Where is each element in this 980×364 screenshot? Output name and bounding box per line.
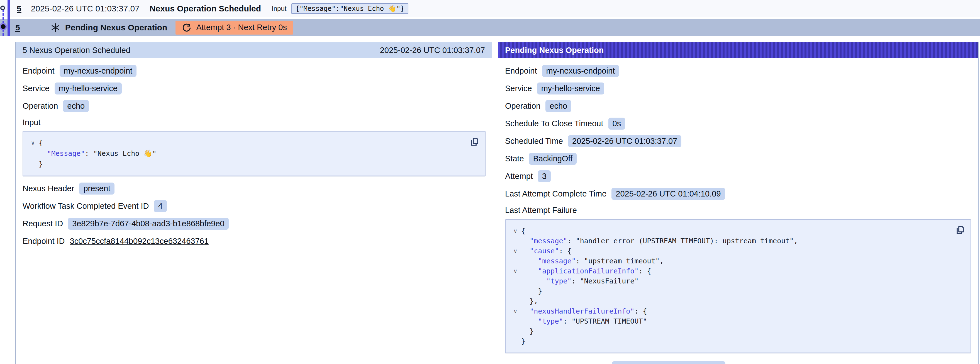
code-text: "Message": "Nexus Echo 👋": [39, 148, 157, 159]
code-text: "message": "handler error (UPSTREAM_TIME…: [521, 236, 798, 246]
collapse-chevron-icon[interactable]: ∨: [509, 246, 521, 256]
field-row-schedule-to-close-timeout: Schedule To Close Timeout 0s: [505, 115, 978, 133]
code-gutter: [509, 337, 521, 346]
event-history-page: 5 2025-02-26 UTC 01:03:37.07 Nexus Opera…: [0, 0, 980, 364]
code-line: "Message": "Nexus Echo 👋": [27, 148, 466, 159]
code-text: {: [39, 138, 43, 148]
field-label: Service: [505, 84, 532, 93]
code-text: "cause": {: [521, 246, 572, 256]
code-gutter: [509, 326, 521, 337]
panel-pending-nexus-operation: Pending Nexus Operation Endpoint my-nexu…: [498, 42, 979, 364]
operation-badge: echo: [546, 100, 571, 112]
history-row-nexus-operation-scheduled[interactable]: 5 2025-02-26 UTC 01:03:37.07 Nexus Opera…: [0, 0, 980, 17]
failure-code-block: ∨{ "message": "handler error (UPSTREAM_T…: [505, 219, 971, 353]
input-code-block: ∨{ "Message": "Nexus Echo 👋"}: [22, 131, 485, 176]
timeline-current-dot-icon: [1, 24, 6, 29]
left-panel-body: Endpoint my-nexus-endpoint Service my-he…: [16, 58, 492, 250]
field-label: Attempt: [505, 172, 533, 181]
code-gutter: [509, 236, 521, 246]
history-row-pending-nexus-operation[interactable]: 5 Pending Nexus Operation Attempt 3 · Ne…: [0, 19, 980, 36]
field-row-nexus-header: Nexus Header present: [22, 180, 492, 197]
timeout-badge: 0s: [608, 118, 625, 129]
field-label: Operation: [22, 101, 58, 111]
nexus-header-badge: present: [79, 182, 115, 195]
code-line: }: [509, 337, 951, 346]
selected-group-accent-bar: [8, 0, 10, 36]
code-gutter: [509, 256, 521, 266]
code-gutter: [509, 286, 521, 296]
code-line: ∨ "cause": {: [509, 246, 951, 256]
field-row-request-id: Request ID 3e829b7e-7d67-4b08-aad3-b1e86…: [22, 215, 492, 232]
pending-event-title: Pending Nexus Operation: [65, 23, 167, 32]
field-row-operation: Operation echo: [505, 97, 978, 115]
field-row-endpoint: Endpoint my-nexus-endpoint: [22, 62, 492, 80]
next-attempt-schedule-time-badge: 2025-02-26 UTC 01:04:13.93: [612, 361, 725, 364]
timeline-dashed-connector: [3, 9, 4, 36]
state-badge: BackingOff: [529, 153, 577, 165]
right-panel-header: Pending Nexus Operation: [498, 42, 978, 58]
field-row-state: State BackingOff: [505, 150, 978, 168]
service-badge: my-hello-service: [537, 83, 604, 94]
right-panel-title: Pending Nexus Operation: [505, 46, 604, 55]
code-text: {: [521, 226, 525, 236]
field-row-endpoint: Endpoint my-nexus-endpoint: [505, 62, 978, 80]
code-gutter: [509, 296, 521, 306]
field-label: Endpoint ID: [22, 236, 65, 246]
code-text: "message": "upstream timeout",: [521, 256, 664, 266]
last-attempt-failure-label: Last Attempt Failure: [505, 203, 978, 218]
code-text: "type": "NexusFailure": [521, 276, 638, 286]
collapse-chevron-icon[interactable]: ∨: [509, 266, 521, 276]
input-section-label: Input: [22, 115, 492, 130]
event-timestamp: 2025-02-26 UTC 01:03:37.07: [31, 4, 140, 13]
event-id-link[interactable]: 5: [17, 4, 21, 13]
endpoint-badge: my-nexus-endpoint: [60, 65, 137, 77]
collapse-chevron-icon[interactable]: ∨: [509, 306, 521, 316]
code-gutter: [27, 159, 39, 169]
event-id-link[interactable]: 5: [15, 23, 20, 32]
code-gutter: [27, 148, 39, 159]
pending-asterisk-icon: [51, 23, 60, 32]
code-line: }: [509, 286, 951, 296]
code-line: "type": "UPSTREAM_TIMEOUT": [509, 316, 951, 326]
code-text: }: [39, 159, 43, 169]
collapse-chevron-icon[interactable]: ∨: [509, 226, 521, 236]
retry-attempt-badge: Attempt 3 · Next Retry 0s: [175, 21, 293, 35]
field-label: Scheduled Time: [505, 137, 563, 146]
field-label: Endpoint: [22, 66, 55, 75]
event-detail-panels: 5 Nexus Operation Scheduled 2025-02-26 U…: [15, 42, 979, 364]
field-label: Nexus Header: [22, 184, 74, 193]
field-label: State: [505, 154, 524, 163]
code-line: "message": "handler error (UPSTREAM_TIME…: [509, 236, 951, 246]
attempt-badge: 3: [538, 170, 551, 182]
operation-badge: echo: [63, 100, 89, 112]
field-label: Next Attempt Schedule Time: [505, 362, 607, 364]
field-row-attempt: Attempt 3: [505, 168, 978, 185]
code-line: "type": "NexusFailure": [509, 276, 951, 286]
field-label: Service: [22, 84, 49, 93]
panel-nexus-operation-scheduled: 5 Nexus Operation Scheduled 2025-02-26 U…: [15, 42, 492, 364]
field-row-operation: Operation echo: [22, 97, 492, 115]
code-text: "type": "UPSTREAM_TIMEOUT": [521, 316, 647, 326]
copy-icon[interactable]: [954, 224, 966, 236]
collapse-chevron-icon[interactable]: ∨: [27, 138, 39, 148]
retry-badge-text: Attempt 3 · Next Retry 0s: [196, 23, 287, 32]
last-attempt-complete-time-badge: 2025-02-26 UTC 01:04:10.09: [611, 188, 725, 200]
code-line: }: [509, 326, 951, 337]
endpoint-id-link[interactable]: 3c0c75ccfa8144b092c13ce632463761: [70, 236, 208, 246]
right-panel-body: Endpoint my-nexus-endpoint Service my-he…: [498, 58, 978, 364]
field-row-service: Service my-hello-service: [505, 80, 978, 97]
field-label: Schedule To Close Timeout: [505, 119, 603, 128]
code-line: "message": "upstream timeout",: [509, 256, 951, 266]
field-row-service: Service my-hello-service: [22, 80, 492, 97]
field-row-endpoint-id: Endpoint ID 3c0c75ccfa8144b092c13ce63246…: [22, 232, 492, 250]
input-payload-chip[interactable]: {"Message":"Nexus Echo 👋"}: [291, 3, 408, 14]
field-row-next-attempt-schedule-time: Next Attempt Schedule Time 2025-02-26 UT…: [505, 358, 978, 364]
code-text: }: [521, 326, 534, 337]
code-line: ∨{: [27, 138, 466, 148]
event-title: Nexus Operation Scheduled: [150, 4, 261, 13]
field-label: Request ID: [22, 219, 63, 228]
copy-icon[interactable]: [468, 136, 480, 148]
service-badge: my-hello-service: [55, 83, 122, 94]
field-row-workflow-task-completed-event-id: Workflow Task Completed Event ID 4: [22, 197, 492, 215]
left-panel-header: 5 Nexus Operation Scheduled 2025-02-26 U…: [16, 42, 492, 58]
